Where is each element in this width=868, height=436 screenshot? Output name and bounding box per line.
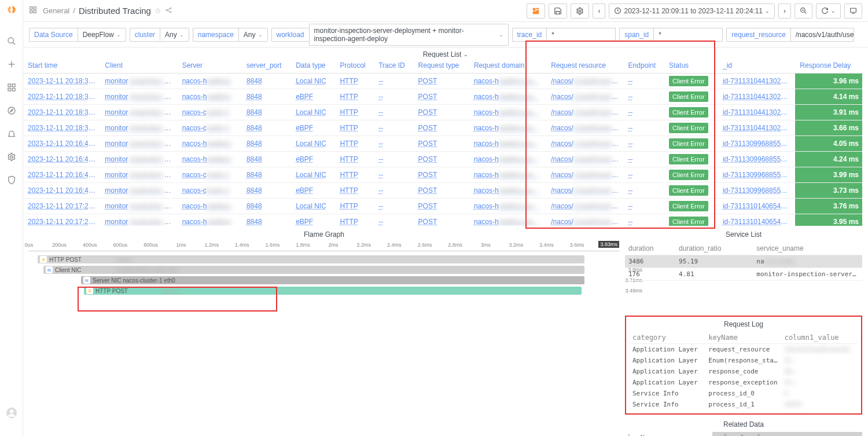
- table-cell[interactable]: --: [374, 152, 413, 167]
- table-cell[interactable]: Local NIC: [291, 136, 335, 152]
- table-cell[interactable]: nacos-headless.pa…: [469, 152, 546, 167]
- table-cell[interactable]: Client Error: [664, 136, 718, 152]
- table-cell[interactable]: --: [624, 136, 664, 152]
- table-cell[interactable]: HTTP: [335, 183, 374, 199]
- search-icon[interactable]: [5, 34, 19, 48]
- table-cell[interactable]: id-7311310441302342491: [718, 105, 795, 120]
- table-cell[interactable]: HTTP: [335, 167, 374, 183]
- table-cell[interactable]: monitor-inspection-serve…: [100, 167, 177, 183]
- table-cell[interactable]: 3.76 ms: [795, 199, 862, 214]
- table-cell[interactable]: nacos-headless.pa…: [469, 120, 546, 136]
- table-cell[interactable]: --: [374, 136, 413, 152]
- table-cell[interactable]: /nacos/v1/auth/users/lo…: [546, 136, 623, 152]
- table-cell[interactable]: --: [374, 89, 413, 105]
- plus-icon[interactable]: [5, 57, 19, 71]
- table-cell[interactable]: POST: [414, 214, 469, 226]
- table-cell[interactable]: Local NIC: [291, 74, 335, 89]
- col-header[interactable]: _id: [718, 58, 795, 74]
- tv-mode-button[interactable]: [844, 3, 862, 19]
- bell-icon[interactable]: [5, 127, 19, 141]
- table-cell[interactable]: HTTP: [335, 214, 374, 226]
- table-cell[interactable]: --: [374, 167, 413, 183]
- table-cell[interactable]: Client Error: [664, 183, 718, 199]
- table-cell[interactable]: 2023-12-11 20:16:46.683…: [23, 152, 100, 167]
- dashboards-icon[interactable]: [5, 80, 19, 94]
- table-cell[interactable]: POST: [414, 74, 469, 89]
- table-cell[interactable]: 3.66 ms: [795, 120, 862, 136]
- col-header[interactable]: Data type: [291, 58, 335, 74]
- table-row[interactable]: 2023-12-11 20:16:46.683…monitor-inspecti…: [23, 136, 862, 152]
- compass-icon[interactable]: [5, 104, 19, 118]
- dashboard-nav-icon[interactable]: [29, 6, 37, 16]
- table-cell[interactable]: --: [624, 74, 664, 89]
- table-cell[interactable]: nacos-headless.pa…: [469, 214, 546, 226]
- table-cell[interactable]: /nacos/v1/auth/users/lo…: [546, 183, 623, 199]
- table-cell[interactable]: 4.05 ms: [795, 136, 862, 152]
- var-traceid-input[interactable]: *: [546, 28, 616, 42]
- table-cell[interactable]: --: [624, 214, 664, 226]
- table-cell[interactable]: Client Error: [664, 120, 718, 136]
- table-cell[interactable]: 4.24 ms: [795, 152, 862, 167]
- var-reqres-input[interactable]: /nacos/v1/auth/users/log: [790, 28, 854, 42]
- rel-col[interactable]: column1_value: [712, 432, 862, 436]
- table-cell[interactable]: nacos-headless.pa…: [469, 74, 546, 89]
- table-cell[interactable]: --: [374, 74, 413, 89]
- svc-col[interactable]: duration: [625, 242, 675, 255]
- table-cell[interactable]: 8848: [242, 105, 291, 120]
- share-icon[interactable]: [165, 6, 172, 16]
- refresh-button[interactable]: ⌄: [816, 3, 841, 19]
- col-header[interactable]: Server: [178, 58, 242, 74]
- table-cell[interactable]: HTTP: [335, 89, 374, 105]
- table-cell[interactable]: id-7311309968855183397: [718, 167, 795, 183]
- table-cell[interactable]: 2023-12-11 20:17:26.720…: [23, 199, 100, 214]
- table-cell[interactable]: Client Error: [664, 199, 718, 214]
- flame-span[interactable]: SHTTP POSTnacos3.97ms: [29, 255, 619, 264]
- table-row[interactable]: 2023-12-11 20:16:46.683…monitor-inspecti…: [23, 167, 862, 183]
- table-cell[interactable]: 2023-12-11 20:16:46.683…: [23, 167, 100, 183]
- gear-icon[interactable]: [5, 150, 19, 164]
- table-cell[interactable]: monitor-inspection-serve…: [100, 152, 177, 167]
- svc-col[interactable]: duration_ratio: [675, 242, 753, 255]
- table-cell[interactable]: --: [624, 167, 664, 183]
- col-header[interactable]: Protocol: [335, 58, 374, 74]
- table-cell[interactable]: monitor-inspection-serve…: [100, 120, 177, 136]
- table-row[interactable]: 2023-12-11 20:18:36.781…monitor-inspecti…: [23, 105, 862, 120]
- table-cell[interactable]: --: [374, 183, 413, 199]
- table-cell[interactable]: HTTP: [335, 105, 374, 120]
- table-row[interactable]: 2023-12-11 20:18:36.782…monitor-inspecti…: [23, 120, 862, 136]
- table-cell[interactable]: Client Error: [664, 89, 718, 105]
- table-cell[interactable]: eBPF: [291, 152, 335, 167]
- table-cell[interactable]: POST: [414, 167, 469, 183]
- table-cell[interactable]: /nacos/v1/auth/users/lo…: [546, 152, 623, 167]
- table-cell[interactable]: nacos-headless: [178, 199, 242, 214]
- table-cell[interactable]: nacos-headless.pa…: [469, 183, 546, 199]
- table-cell[interactable]: 3.96 ms: [795, 74, 862, 89]
- table-cell[interactable]: nacos-headless: [178, 152, 242, 167]
- flame-span[interactable]: NServer NIC nacos-cluster-1 eth03.71ms: [29, 276, 619, 285]
- table-cell[interactable]: /nacos/v1/auth/users/lo…: [546, 199, 623, 214]
- table-cell[interactable]: id-7311309968855183400: [718, 136, 795, 152]
- table-cell[interactable]: HTTP: [335, 136, 374, 152]
- table-cell[interactable]: Client Error: [664, 105, 718, 120]
- table-cell[interactable]: /nacos/v1/auth/users/lo…: [546, 120, 623, 136]
- avatar-icon[interactable]: [5, 406, 19, 420]
- table-cell[interactable]: --: [374, 120, 413, 136]
- table-cell[interactable]: POST: [414, 152, 469, 167]
- table-cell[interactable]: eBPF: [291, 120, 335, 136]
- col-header[interactable]: Response Delay: [795, 58, 862, 74]
- time-back-button[interactable]: ‹: [593, 3, 605, 19]
- col-header[interactable]: Client: [100, 58, 177, 74]
- table-cell[interactable]: 8848: [242, 89, 291, 105]
- table-cell[interactable]: POST: [414, 199, 469, 214]
- table-cell[interactable]: 8848: [242, 120, 291, 136]
- table-cell[interactable]: eBPF: [291, 214, 335, 226]
- table-cell[interactable]: POST: [414, 183, 469, 199]
- table-cell[interactable]: 8848: [242, 74, 291, 89]
- svc-row[interactable]: 348695.19nacos-cluster: [625, 255, 862, 268]
- table-cell[interactable]: 3.73 ms: [795, 183, 862, 199]
- table-cell[interactable]: HTTP: [335, 74, 374, 89]
- table-cell[interactable]: 2023-12-11 20:18:36.781…: [23, 89, 100, 105]
- table-cell[interactable]: nacos-cluster-1: [178, 183, 242, 199]
- table-cell[interactable]: 2023-12-11 20:18:36.781…: [23, 74, 100, 89]
- table-cell[interactable]: POST: [414, 89, 469, 105]
